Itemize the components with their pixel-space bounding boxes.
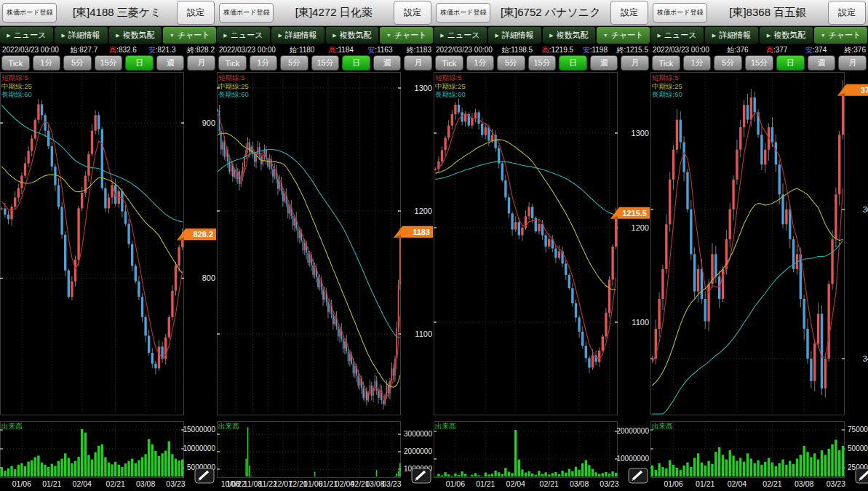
register-board-button[interactable]: 株価ボード登録 [436,3,490,23]
x-axis-label: 02/21 [763,479,781,488]
price-volume-chart[interactable]: 01/0601/2102/0402/2103/0803/239008001500… [0,72,217,491]
moving-average-line [652,241,843,415]
timeframe-button-週[interactable]: 週 [156,55,185,71]
tab-label: 複数気配 [340,30,372,41]
chevron-right-icon: ▶ [278,33,282,39]
tab-label: チャート [394,30,427,41]
ma-legend-label: 中期線:25 [435,82,466,90]
draw-tool-button[interactable] [629,468,648,483]
timeframe-button-15分[interactable]: 15分 [745,55,773,71]
price-volume-chart[interactable]: 10/0810/2211/0811/2212/0712/2101/0601/21… [217,72,434,491]
draw-tool-button[interactable] [195,468,214,483]
x-axis-label: 03/23 [382,479,401,488]
volume-title: 出来高 [652,422,673,430]
timeframe-button-5分[interactable]: 5分 [497,55,525,71]
stock-panel-1: 株価ボード登録 [東]4188 三菱ケミ 設定 ▶ニュース▶詳細情報▶複数気配▼… [0,0,217,491]
x-axis-label: 03/23 [600,479,618,488]
tab-bar: ▶ニュース▶詳細情報▶複数気配▼チャート [217,26,434,45]
price-volume-chart[interactable]: 01/0601/2102/0402/2103/0803/231300120011… [434,72,650,491]
stock-title: [東]8368 百五銀 [729,6,806,20]
timeframe-button-5分[interactable]: 5分 [280,55,308,71]
timeframe-button-週[interactable]: 週 [590,55,618,71]
timeframe-button-日[interactable]: 日 [342,55,370,71]
x-axis-label: 03/23 [166,479,185,488]
tab-複数気配[interactable]: ▶複数気配 [109,27,162,44]
x-axis-label: 01/06 [664,479,682,488]
timeframe-button-週[interactable]: 週 [373,55,402,71]
tab-ニュース[interactable]: ▶ニュース [217,27,270,44]
price-axis-label: 340 [863,354,868,363]
panel-header: 株価ボード登録 [東]6752 パナソニク 設定 [434,0,650,26]
timeframe-button-1分[interactable]: 1分 [466,55,495,71]
timeframe-button-週[interactable]: 週 [808,55,836,71]
timeframe-button-15分[interactable]: 15分 [311,55,340,71]
timeframe-button-日[interactable]: 日 [776,55,805,71]
timeframe-bar: Tick1分5分15分日週月 [434,55,650,72]
settings-button[interactable]: 設定 [828,1,866,25]
settings-button[interactable]: 設定 [610,1,648,25]
timeframe-button-Tick[interactable]: Tick [218,55,247,71]
timeframe-button-1分[interactable]: 1分 [250,55,278,71]
timeframe-button-日[interactable]: 日 [125,55,154,71]
tab-チャート[interactable]: ▼チャート [597,27,650,44]
price-axis-label: 800 [202,274,215,282]
ma-legend-label: 短期線:5 [652,73,678,81]
draw-tool-button[interactable] [412,468,431,483]
ma-legend-label: 中期線:25 [652,82,682,90]
tab-詳細情報[interactable]: ▶詳細情報 [55,27,108,44]
timeframe-button-15分[interactable]: 15分 [528,55,557,71]
tab-詳細情報[interactable]: ▶詳細情報 [271,27,324,44]
close-value: 終:1183 [407,45,431,55]
timeframe-button-月[interactable]: 月 [404,55,432,71]
price-volume-chart[interactable]: 01/0601/2102/0402/2103/0803/233603407500… [650,72,868,491]
tab-ニュース[interactable]: ▶ニュース [0,27,53,44]
tab-label: チャート [829,30,861,41]
ma-legend-label: 短期線:5 [435,73,461,81]
register-board-button[interactable]: 株価ボード登録 [219,3,274,23]
timeframe-button-5分[interactable]: 5分 [63,55,92,71]
timeframe-button-Tick[interactable]: Tick [652,55,680,71]
moving-average-line [435,161,616,215]
register-board-button[interactable]: 株価ボード登録 [2,3,57,23]
moving-average-line [652,112,843,363]
tab-複数気配[interactable]: ▶複数気配 [326,27,379,44]
timeframe-button-Tick[interactable]: Tick [435,55,463,71]
tab-label: 複数気配 [557,30,589,41]
chart-datetime: 2022/03/23 00:00 [653,46,709,54]
stock-panel-2: 株価ボード登録 [東]4272 日化薬 設定 ▶ニュース▶詳細情報▶複数気配▼チ… [217,0,434,491]
stock-panel-3: 株価ボード登録 [東]6752 パナソニク 設定 ▶ニュース▶詳細情報▶複数気配… [434,0,650,491]
timeframe-button-1分[interactable]: 1分 [683,55,712,71]
timeframe-button-15分[interactable]: 15分 [95,55,123,71]
price-axis-label: 1300 [632,129,649,137]
ma-legend-label: 長期線:60 [1,90,32,98]
timeframe-button-1分[interactable]: 1分 [33,55,61,71]
timeframe-button-Tick[interactable]: Tick [1,55,30,71]
tab-詳細情報[interactable]: ▶詳細情報 [488,27,541,44]
tab-ニュース[interactable]: ▶ニュース [434,27,487,44]
tab-label: 詳細情報 [502,30,534,41]
timeframe-button-5分[interactable]: 5分 [714,55,742,71]
tab-チャート[interactable]: ▼チャート [163,27,216,44]
tab-チャート[interactable]: ▼チャート [814,27,867,44]
ma-legend-label: 長期線:60 [218,90,249,98]
timeframe-button-月[interactable]: 月 [187,55,215,71]
timeframe-button-日[interactable]: 日 [559,55,587,71]
x-axis-label: 01/21 [696,479,714,488]
register-board-button[interactable]: 株価ボード登録 [653,3,707,23]
settings-button[interactable]: 設定 [394,1,431,25]
tab-複数気配[interactable]: ▶複数気配 [543,27,596,44]
tab-bar: ▶ニュース▶詳細情報▶複数気配▼チャート [0,26,217,45]
open-value: 始:1198.5 [501,45,533,55]
tab-チャート[interactable]: ▼チャート [380,27,433,44]
settings-button[interactable]: 設定 [177,1,215,25]
draw-tool-button[interactable] [856,468,868,483]
ma-legend-label: 短期線:5 [1,73,28,81]
tab-詳細情報[interactable]: ▶詳細情報 [705,27,758,44]
timeframe-button-月[interactable]: 月 [838,55,867,71]
timeframe-button-月[interactable]: 月 [621,55,649,71]
tab-複数気配[interactable]: ▶複数気配 [760,27,813,44]
tab-ニュース[interactable]: ▶ニュース [650,27,704,44]
panel-header: 株価ボード登録 [東]8368 百五銀 設定 [650,0,868,26]
timeframe-bar: Tick1分5分15分日週月 [217,55,434,72]
svg-text:1215.5: 1215.5 [622,209,647,217]
